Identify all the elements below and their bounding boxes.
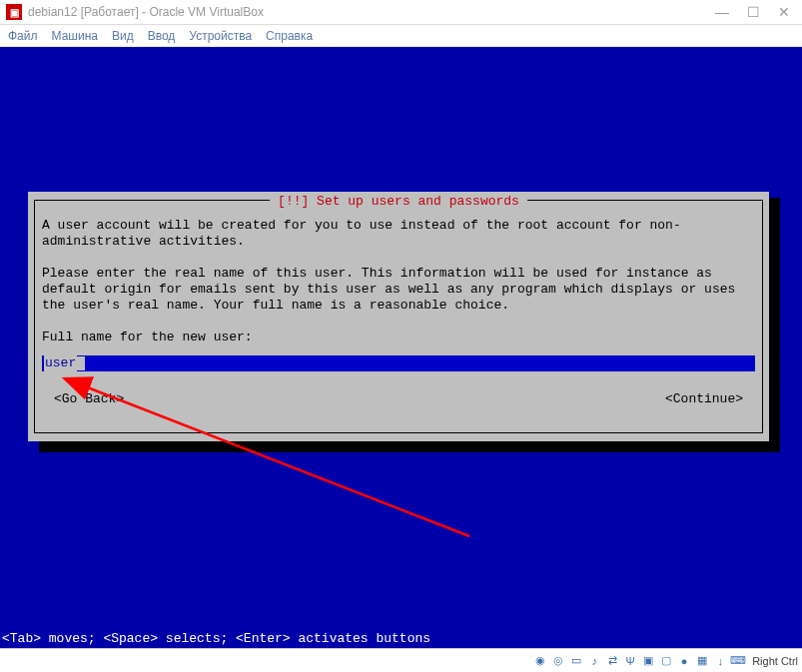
dialog-content: A user account will be created for you t… xyxy=(42,218,755,427)
installer-helpbar: <Tab> moves; <Space> selects; <Enter> ac… xyxy=(2,631,430,646)
menu-input[interactable]: Ввод xyxy=(148,29,176,43)
dialog-para1: A user account will be created for you t… xyxy=(42,218,755,250)
floppy-icon[interactable]: ▭ xyxy=(568,653,584,669)
dialog-para2: Please enter the real name of this user.… xyxy=(42,266,755,314)
dialog-title: [!!] Set up users and passwords xyxy=(270,194,527,210)
shared-folder-icon[interactable]: ▣ xyxy=(640,653,656,669)
dialog-prompt: Full name for the new user: xyxy=(42,330,755,345)
keyboard-icon[interactable]: ⌨ xyxy=(730,653,746,669)
display-icon[interactable]: ▢ xyxy=(658,653,674,669)
cpu-icon[interactable]: ▦ xyxy=(694,653,710,669)
dialog-nav: <Go Back> <Continue> xyxy=(42,391,755,407)
continue-button[interactable]: <Continue> xyxy=(665,391,743,407)
maximize-button[interactable]: ☐ xyxy=(747,4,760,20)
fullname-value: user xyxy=(44,355,77,371)
usb-icon[interactable]: Ψ xyxy=(622,653,638,669)
recording-icon[interactable]: ● xyxy=(676,653,692,669)
window-titlebar: ▣ debian12 [Работает] - Oracle VM Virtua… xyxy=(0,0,802,25)
audio-icon[interactable]: ♪ xyxy=(586,653,602,669)
menu-machine[interactable]: Машина xyxy=(52,29,98,43)
menu-devices[interactable]: Устройства xyxy=(189,29,252,43)
menu-help[interactable]: Справка xyxy=(266,29,313,43)
go-back-button[interactable]: <Go Back> xyxy=(54,391,124,407)
window-title: debian12 [Работает] - Oracle VM VirtualB… xyxy=(28,5,715,19)
text-cursor xyxy=(77,356,85,370)
mouse-icon[interactable]: ↓ xyxy=(712,653,728,669)
installer-dialog: [!!] Set up users and passwords A user a… xyxy=(28,192,769,441)
fullname-input[interactable]: user xyxy=(42,355,755,371)
vm-statusbar: ◉ ◎ ▭ ♪ ⇄ Ψ ▣ ▢ ● ▦ ↓ ⌨ Right Ctrl xyxy=(0,648,802,672)
menu-view[interactable]: Вид xyxy=(112,29,134,43)
menu-file[interactable]: Файл xyxy=(8,29,38,43)
network-icon[interactable]: ⇄ xyxy=(604,653,620,669)
hdd-icon[interactable]: ◉ xyxy=(532,653,548,669)
vm-display[interactable]: [!!] Set up users and passwords A user a… xyxy=(0,47,802,648)
window-controls: — ☐ ✕ xyxy=(715,4,796,20)
cd-icon[interactable]: ◎ xyxy=(550,653,566,669)
close-button[interactable]: ✕ xyxy=(778,4,790,20)
minimize-button[interactable]: — xyxy=(715,4,729,20)
menubar: Файл Машина Вид Ввод Устройства Справка xyxy=(0,25,802,47)
virtualbox-icon: ▣ xyxy=(6,4,22,20)
hostkey-label[interactable]: Right Ctrl xyxy=(752,655,798,667)
